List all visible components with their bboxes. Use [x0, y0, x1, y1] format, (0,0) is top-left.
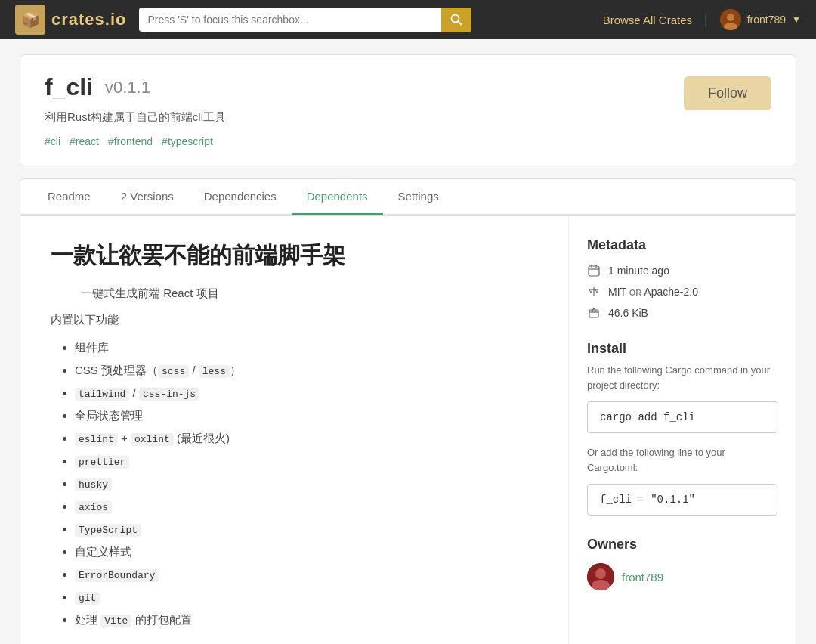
- user-name: front789: [747, 14, 786, 26]
- logo-link[interactable]: 📦 crates.io: [15, 5, 127, 35]
- readme-heading: 一款让欲罢不能的前端脚手架: [51, 240, 538, 271]
- tab-readme[interactable]: Readme: [32, 179, 106, 215]
- list-item: 全局状态管理: [75, 404, 538, 427]
- tab-dependencies[interactable]: Dependencies: [189, 179, 292, 215]
- list-item: CSS 预处理器（scss / less）: [75, 359, 538, 382]
- crate-title-row: f_cli v0.1.1: [45, 73, 771, 101]
- sidebar: Metadata 1 minute ago: [569, 216, 796, 644]
- list-item: TypeScript: [75, 518, 538, 540]
- chevron-down-icon: ▼: [792, 14, 801, 25]
- owners-section: Owners front789: [587, 537, 777, 590]
- metadata-section: Metadata 1 minute ago: [587, 237, 777, 320]
- tabs-container: Readme 2 Versions Dependencies Dependent…: [20, 178, 796, 215]
- crate-header-card: f_cli v0.1.1 Follow 利用Rust构建属于自己的前端cli工具…: [20, 54, 796, 166]
- owners-title: Owners: [587, 537, 777, 553]
- list-item: ErrorBoundary: [75, 563, 538, 586]
- published-time: 1 minute ago: [608, 265, 669, 277]
- crate-tags: #cli #react #frontend #typescript: [45, 135, 771, 147]
- calendar-icon: [587, 264, 601, 277]
- list-item: tailwind / css-in-js: [75, 382, 538, 404]
- readme-content: 一款让欲罢不能的前端脚手架 一键式生成前端 React 项目 内置以下功能 组件…: [20, 216, 569, 644]
- owner-item: front789: [587, 563, 777, 590]
- css-in-js-code: css-in-js: [139, 388, 199, 401]
- content-area: 一款让欲罢不能的前端脚手架 一键式生成前端 React 项目 内置以下功能 组件…: [20, 215, 796, 644]
- toml-value[interactable]: f_cli = "0.1.1": [587, 484, 777, 516]
- header-divider: |: [704, 12, 708, 28]
- toml-description: Or add the following line to your Cargo.…: [587, 445, 777, 475]
- list-item: git: [75, 586, 538, 608]
- main-container: f_cli v0.1.1 Follow 利用Rust构建属于自己的前端cli工具…: [8, 39, 808, 644]
- search-input[interactable]: [139, 8, 471, 32]
- scale-icon: [587, 285, 601, 299]
- user-avatar: [720, 9, 741, 30]
- tab-versions[interactable]: 2 Versions: [106, 179, 189, 215]
- list-item: prettier: [75, 450, 538, 472]
- install-section: Install Run the following Cargo command …: [587, 341, 777, 516]
- list-item: axios: [75, 495, 538, 518]
- tab-settings[interactable]: Settings: [383, 179, 454, 215]
- user-menu[interactable]: front789 ▼: [720, 9, 801, 30]
- follow-button[interactable]: Follow: [684, 76, 771, 110]
- package-icon: [587, 306, 601, 320]
- readme-subtitle: 一键式生成前端 React 项目: [81, 286, 538, 301]
- list-item: 处理 Vite 的打包配置: [75, 608, 538, 631]
- published-meta: 1 minute ago: [587, 264, 777, 277]
- list-item: husky: [75, 472, 538, 495]
- tag-cli[interactable]: #cli: [45, 135, 60, 147]
- list-item: eslint + oxlint (最近很火): [75, 427, 538, 450]
- tab-dependents[interactable]: Dependents: [292, 179, 383, 215]
- tag-frontend[interactable]: #frontend: [108, 135, 153, 147]
- svg-line-1: [458, 22, 461, 25]
- svg-point-13: [595, 568, 606, 579]
- crate-version: v0.1.1: [105, 78, 150, 98]
- tabs-nav: Readme 2 Versions Dependencies Dependent…: [20, 179, 796, 215]
- tailwind-code: tailwind: [75, 388, 129, 401]
- site-header: 📦 crates.io Browse All Crates | front789: [0, 0, 816, 39]
- license-meta: MIT OR Apache-2.0: [587, 285, 777, 299]
- browse-all-crates-link[interactable]: Browse All Crates: [603, 14, 692, 26]
- search-icon: [450, 14, 462, 26]
- svg-rect-11: [589, 310, 598, 317]
- metadata-title: Metadata: [587, 237, 777, 253]
- readme-list: 组件库 CSS 预处理器（scss / less） tailwind / css…: [51, 336, 538, 631]
- owner-name[interactable]: front789: [622, 571, 663, 584]
- license-text: MIT OR Apache-2.0: [608, 286, 698, 298]
- logo-icon: 📦: [15, 5, 45, 35]
- install-title: Install: [587, 341, 777, 357]
- svg-rect-5: [589, 266, 599, 276]
- install-description: Run the following Cargo command in your …: [587, 363, 777, 392]
- search-button[interactable]: [441, 8, 471, 32]
- header-nav: Browse All Crates | front789 ▼: [603, 9, 801, 30]
- crate-name: f_cli: [45, 73, 93, 101]
- readme-section-title: 内置以下功能: [51, 313, 538, 327]
- list-item: 自定义样式: [75, 540, 538, 563]
- logo-text: crates.io: [51, 10, 127, 29]
- size-meta: 46.6 KiB: [587, 306, 777, 320]
- cargo-command[interactable]: cargo add f_cli: [587, 401, 777, 433]
- list-item: 组件库: [75, 336, 538, 359]
- tag-typescript[interactable]: #typescript: [162, 135, 213, 147]
- owner-avatar: [587, 563, 614, 590]
- tag-react[interactable]: #react: [70, 135, 99, 147]
- crate-description: 利用Rust构建属于自己的前端cli工具: [45, 110, 771, 125]
- crate-size: 46.6 KiB: [608, 307, 648, 319]
- search-container: [139, 8, 471, 32]
- svg-point-3: [727, 14, 734, 21]
